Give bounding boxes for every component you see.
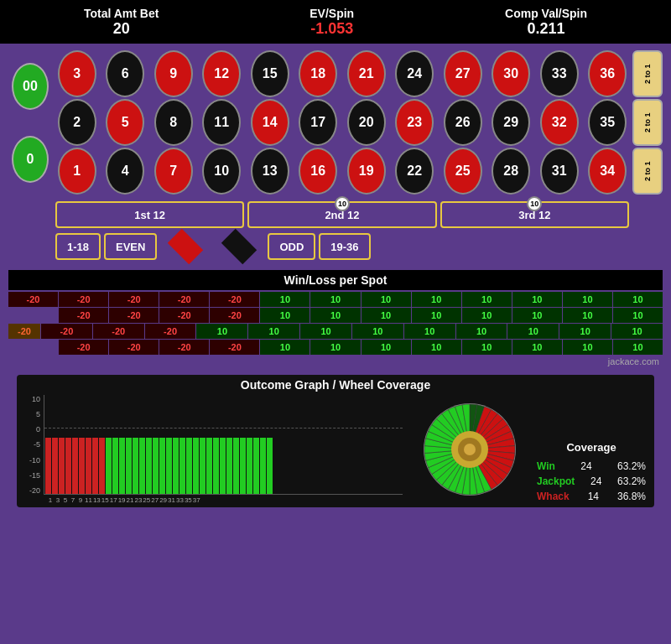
roulette-table-area: 00 0 3 6 9 12 15 18 21 24 27 30 33 36 2 … <box>0 44 671 198</box>
two-to-one-mid[interactable]: 2 to 1 <box>632 99 663 146</box>
two-to-one-bot[interactable]: 2 to 1 <box>632 148 663 195</box>
num-33[interactable]: 33 <box>540 50 579 97</box>
x-label: 19 <box>118 496 126 504</box>
num-15[interactable]: 15 <box>251 50 289 97</box>
roulette-table: 00 0 3 6 9 12 15 18 21 24 27 30 33 36 2 … <box>8 50 663 195</box>
first-dozen-btn[interactable]: 1st 12 <box>55 201 244 228</box>
num-18[interactable]: 18 <box>299 50 337 97</box>
num-24[interactable]: 24 <box>395 50 434 97</box>
wheel-container <box>411 395 528 504</box>
wl-cell: 10 <box>456 324 507 339</box>
y-label-n5: -5 <box>34 440 40 449</box>
num-36[interactable]: 36 <box>588 50 627 97</box>
num-20[interactable]: 20 <box>347 99 386 146</box>
num-2[interactable]: 2 <box>58 99 96 146</box>
x-label: 23 <box>134 496 142 504</box>
jackpot-pct: 63.2% <box>617 475 646 487</box>
num-16[interactable]: 16 <box>299 148 337 195</box>
bar-pos <box>220 438 226 494</box>
x-label: 17 <box>110 496 117 504</box>
num-11[interactable]: 11 <box>202 99 241 146</box>
num-25[interactable]: 25 <box>444 148 482 195</box>
bar-neg <box>86 438 91 494</box>
bar-pos <box>159 438 165 494</box>
num-10[interactable]: 10 <box>202 148 241 195</box>
num-9[interactable]: 9 <box>154 50 193 97</box>
wl-cell: -20 <box>109 340 159 355</box>
num-34[interactable]: 34 <box>588 148 627 195</box>
wl-cell: 10 <box>412 292 461 307</box>
wl-cell: -20 <box>41 324 92 339</box>
bar-pos <box>166 438 172 494</box>
bar-pos <box>213 438 219 494</box>
num-7[interactable]: 7 <box>154 148 193 195</box>
bar-neg <box>72 438 78 494</box>
outcome-body: 10 5 0 -5 -10 -15 -20 <box>25 395 646 504</box>
black-diamond-wrapper[interactable] <box>214 231 264 262</box>
wl-cell <box>8 308 58 323</box>
single-zero[interactable]: 0 <box>12 136 49 183</box>
num-23[interactable]: 23 <box>395 99 434 146</box>
num-4[interactable]: 4 <box>106 148 144 195</box>
num-1[interactable]: 1 <box>58 148 96 195</box>
low-btn[interactable]: 1-18 <box>55 233 101 260</box>
num-32[interactable]: 32 <box>540 99 579 146</box>
y-label-10: 10 <box>32 395 40 403</box>
wl-cell: 10 <box>310 292 360 307</box>
x-label: 3 <box>55 496 61 504</box>
third-dozen-btn[interactable]: 10 3rd 12 <box>440 201 629 228</box>
wl-cell: 10 <box>563 340 612 355</box>
coverage-win-row: Win 24 63.2% <box>537 459 646 474</box>
bar-neg <box>99 438 105 494</box>
bar-pos <box>260 438 266 494</box>
num-31[interactable]: 31 <box>540 148 579 195</box>
bar-pos <box>226 438 232 494</box>
coverage-table: Coverage Win 24 63.2% Jackpot 24 63.2% W… <box>537 441 646 504</box>
second-dozen-btn[interactable]: 10 2nd 12 <box>247 201 436 228</box>
wl-cell: 10 <box>352 324 403 339</box>
num-29[interactable]: 29 <box>492 99 530 146</box>
winloss-grid: -20 -20 -20 -20 -20 10 10 10 10 10 10 10… <box>8 292 663 366</box>
y-label-n10: -10 <box>29 456 40 465</box>
num-26[interactable]: 26 <box>444 99 482 146</box>
num-21[interactable]: 21 <box>347 50 386 97</box>
num-22[interactable]: 22 <box>395 148 434 195</box>
num-14[interactable]: 14 <box>251 99 289 146</box>
even-btn[interactable]: EVEN <box>104 233 157 260</box>
num-3[interactable]: 3 <box>58 50 96 97</box>
high-btn[interactable]: 19-36 <box>319 233 370 260</box>
two-to-one-top[interactable]: 2 to 1 <box>632 50 663 97</box>
wl-cell: -20 <box>59 308 108 323</box>
num-28[interactable]: 28 <box>492 148 530 195</box>
wl-cell: -20 <box>145 324 196 339</box>
wl-cell: 10 <box>613 292 663 307</box>
wl-cell: 10 <box>462 292 512 307</box>
bar-chart: 10 5 0 -5 -10 -15 -20 <box>25 395 403 504</box>
x-label: 27 <box>151 496 159 504</box>
num-35[interactable]: 35 <box>588 99 627 146</box>
bar-pos <box>253 438 259 494</box>
bar-pos <box>200 438 205 494</box>
num-8[interactable]: 8 <box>154 99 193 146</box>
num-17[interactable]: 17 <box>299 99 337 146</box>
whack-val: 14 <box>588 491 599 502</box>
num-30[interactable]: 30 <box>492 50 530 97</box>
num-13[interactable]: 13 <box>251 148 289 195</box>
odd-btn[interactable]: ODD <box>268 233 315 260</box>
bar-neg <box>45 438 51 494</box>
num-12[interactable]: 12 <box>202 50 241 97</box>
red-diamond-wrapper[interactable] <box>160 231 211 262</box>
num-5[interactable]: 5 <box>106 99 144 146</box>
coverage-whack-row: Whack 14 36.8% <box>537 489 646 504</box>
wl-cell: 10 <box>260 340 309 355</box>
bar-neg <box>92 438 98 494</box>
comp-val-cell: Comp Val/Spin 0.211 <box>505 7 587 38</box>
num-27[interactable]: 27 <box>444 50 482 97</box>
wl-cell: 10 <box>611 324 663 339</box>
bar-pos <box>240 438 246 494</box>
num-19[interactable]: 19 <box>347 148 386 195</box>
wl-cell: -20 <box>59 340 108 355</box>
double-zero[interactable]: 00 <box>12 63 49 110</box>
coverage-jackpot-row: Jackpot 24 63.2% <box>537 474 646 489</box>
num-6[interactable]: 6 <box>106 50 144 97</box>
